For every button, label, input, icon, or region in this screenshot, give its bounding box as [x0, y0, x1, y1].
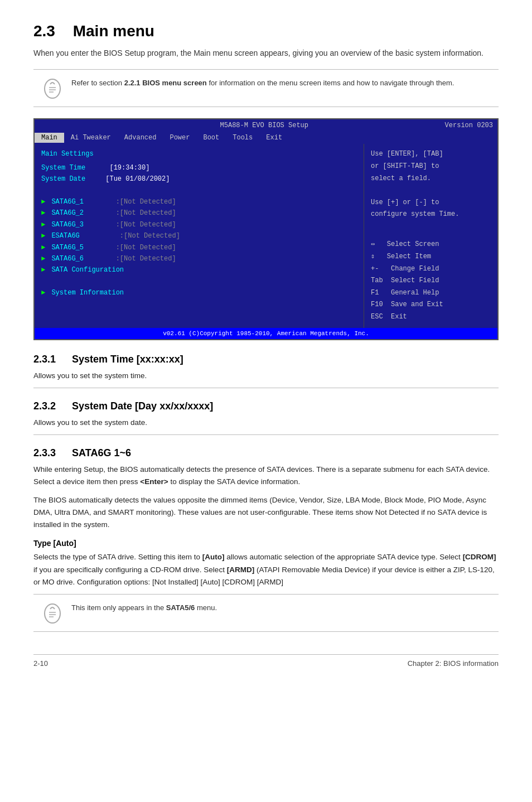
bios-sata-config-row: ► SATA Configuration — [41, 264, 357, 276]
bios-nav-help: ⇔ Select Screen ⇕ Select Item +- Change … — [371, 239, 491, 323]
subsection-231-body: Allows you to set the system time. — [33, 370, 499, 382]
bios-title-bar: M5A88-M EVO BIOS Setup Version 0203 — [35, 119, 497, 132]
subsection-232-title: 2.3.2 System Date [Day xx/xx/xxxx] — [33, 400, 499, 412]
bios-main-settings-header: Main Settings — [41, 148, 357, 160]
intro-paragraph: When you enter the BIOS Setup program, t… — [33, 47, 499, 59]
bios-content-area: Main Settings System Time [19:34:30] Sys… — [35, 144, 497, 327]
subsection-233-title: 2.3.3 SATA6G 1~6 — [33, 447, 499, 459]
bios-help-text: Use [ENTER], [TAB] or [SHIFT-TAB] to sel… — [371, 148, 491, 221]
footer-chapter: Chapter 2: BIOS information — [408, 659, 499, 668]
bios-system-info-row: ► System Information — [41, 287, 357, 298]
bios-sata-item-1: ► SATA6G_2 :[Not Detected] — [41, 207, 357, 219]
note-text-1: Refer to section 2.2.1 BIOS menu screen … — [71, 78, 454, 89]
bios-left-panel: Main Settings System Time [19:34:30] Sys… — [35, 144, 364, 327]
bios-sata-item-5: ► SATA6G_6 :[Not Detected] — [41, 253, 357, 264]
bios-version: Version 0203 — [445, 122, 493, 129]
footer-page-number: 2-10 — [33, 659, 48, 668]
divider-2 — [33, 434, 499, 435]
bios-screenshot: M5A88-M EVO BIOS Setup Version 0203 Main… — [33, 118, 499, 340]
subsection-233-body1: While entering Setup, the BIOS automatic… — [33, 463, 499, 489]
bios-menu-boot[interactable]: Boot — [196, 133, 226, 143]
divider-1 — [33, 388, 499, 388]
note-box-2: This item only appears in the SATA5/6 me… — [33, 594, 499, 632]
bios-menu-bar: Main Ai Tweaker Advanced Power Boot Tool… — [35, 132, 497, 144]
note-icon-2 — [42, 603, 62, 624]
page-footer: 2-10 Chapter 2: BIOS information — [33, 654, 499, 668]
note-box-1: Refer to section 2.2.1 BIOS menu screen … — [33, 69, 499, 107]
bios-sata-item-2: ► SATA6G_3 :[Not Detected] — [41, 219, 357, 230]
bios-footer: v02.61 (C)Copyright 1985-2010, American … — [35, 328, 497, 339]
bios-menu-power[interactable]: Power — [163, 133, 196, 143]
section-title: 2.3 Main menu — [33, 22, 499, 40]
note-text-2: This item only appears in the SATA5/6 me… — [71, 602, 217, 614]
bios-menu-advanced[interactable]: Advanced — [118, 133, 163, 143]
bios-menu-exit[interactable]: Exit — [259, 133, 289, 143]
bios-menu-ai-tweaker[interactable]: Ai Tweaker — [64, 133, 118, 143]
bios-menu-main[interactable]: Main — [35, 133, 64, 143]
bios-menu-tools[interactable]: Tools — [226, 133, 259, 143]
bios-title-center: M5A88-M EVO BIOS Setup — [84, 122, 445, 129]
bios-right-panel: Use [ENTER], [TAB] or [SHIFT-TAB] to sel… — [364, 144, 497, 327]
type-auto-body: Selects the type of SATA drive. Setting … — [33, 551, 499, 588]
type-auto-heading: Type [Auto] — [33, 539, 499, 548]
bios-sata-item-0: ► SATA6G_1 :[Not Detected] — [41, 196, 357, 207]
bios-system-date-row: System Date [Tue 01/08/2002] — [41, 173, 357, 185]
bios-system-time-row: System Time [19:34:30] — [41, 162, 357, 173]
bios-sata-item-4: ► SATA6G_5 :[Not Detected] — [41, 242, 357, 253]
bios-sata-item-3: ► ESATA6G :[Not Detected] — [41, 230, 357, 241]
subsection-233-body2: The BIOS automatically detects the value… — [33, 494, 499, 532]
note-icon-1 — [42, 79, 62, 99]
subsection-232-body: Allows you to set the system date. — [33, 417, 499, 429]
subsection-231-title: 2.3.1 System Time [xx:xx:xx] — [33, 354, 499, 365]
